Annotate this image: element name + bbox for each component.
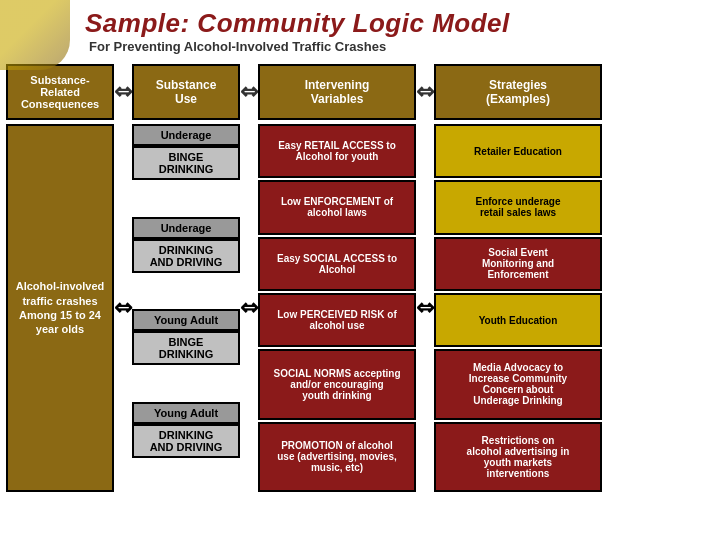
- arrow-col-3: ⇔: [416, 124, 434, 492]
- category-row: Substance-RelatedConsequences ⇔ Substanc…: [0, 64, 720, 120]
- intervening-col: Easy RETAIL ACCESS toAlcohol for youth L…: [258, 124, 416, 492]
- cat-substance-use: SubstanceUse: [132, 64, 240, 120]
- subuse-detail-2: DRINKINGAND DRIVING: [132, 239, 240, 273]
- double-arrow-2: ⇔: [240, 295, 258, 321]
- subuse-detail-3: BINGEDRINKING: [132, 331, 240, 365]
- cat-consequences: Substance-RelatedConsequences: [6, 64, 114, 120]
- subuse-pair-3: Young Adult BINGEDRINKING: [132, 309, 240, 400]
- interv-box-4: Low PERCEIVED RISK ofalcohol use: [258, 293, 416, 347]
- arrow-col-1: ⇔: [114, 124, 132, 492]
- subuse-label-1: Underage: [132, 124, 240, 146]
- strategies-col: Retailer Education Enforce underageretai…: [434, 124, 602, 492]
- substance-use-col: Underage BINGEDRINKING Underage DRINKING…: [132, 124, 240, 492]
- arrow-2: ⇔: [240, 79, 258, 105]
- strat-box-4: Youth Education: [434, 293, 602, 347]
- subuse-pair-1: Underage BINGEDRINKING: [132, 124, 240, 215]
- page-subtitle: For Preventing Alcohol-Involved Traffic …: [89, 39, 510, 54]
- arrow-3: ⇔: [416, 79, 434, 105]
- interv-box-1: Easy RETAIL ACCESS toAlcohol for youth: [258, 124, 416, 178]
- consequences-col: Alcohol-involved traffic crashes Among 1…: [6, 124, 114, 492]
- arrow-1: ⇔: [114, 79, 132, 105]
- strat-box-6: Restrictions onalcohol advertising inyou…: [434, 422, 602, 492]
- strat-box-3: Social EventMonitoring andEnforcement: [434, 237, 602, 291]
- double-arrow-3: ⇔: [416, 295, 434, 321]
- arrow-col-2: ⇔: [240, 124, 258, 492]
- subuse-pair-4: Young Adult DRINKINGAND DRIVING: [132, 402, 240, 493]
- cat-intervening: InterveningVariables: [258, 64, 416, 120]
- consequence-box: Alcohol-involved traffic crashes Among 1…: [6, 124, 114, 492]
- interv-box-6: PROMOTION of alcoholuse (advertising, mo…: [258, 422, 416, 492]
- subuse-label-3: Young Adult: [132, 309, 240, 331]
- strat-box-5: Media Advocacy toIncrease CommunityConce…: [434, 349, 602, 419]
- subuse-detail-1: BINGEDRINKING: [132, 146, 240, 180]
- subuse-label-2: Underage: [132, 217, 240, 239]
- decorative-corner: [0, 0, 70, 70]
- header: Sample: Community Logic Model For Preven…: [0, 0, 720, 58]
- interv-box-5: SOCIAL NORMS acceptingand/or encouraging…: [258, 349, 416, 419]
- strat-box-1: Retailer Education: [434, 124, 602, 178]
- subuse-detail-4: DRINKINGAND DRIVING: [132, 424, 240, 458]
- interv-box-3: Easy SOCIAL ACCESS toAlcohol: [258, 237, 416, 291]
- subuse-pair-2: Underage DRINKINGAND DRIVING: [132, 217, 240, 308]
- cat-strategies: Strategies(Examples): [434, 64, 602, 120]
- interv-box-2: Low ENFORCEMENT ofalcohol laws: [258, 180, 416, 234]
- strat-box-2: Enforce underageretail sales laws: [434, 180, 602, 234]
- double-arrow-1: ⇔: [114, 295, 132, 321]
- page-title: Sample: Community Logic Model: [85, 8, 510, 39]
- subuse-label-4: Young Adult: [132, 402, 240, 424]
